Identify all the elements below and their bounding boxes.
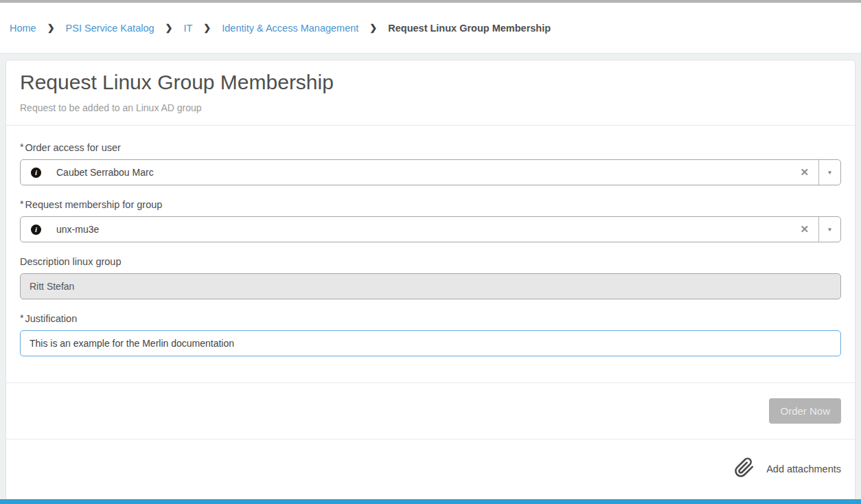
description-field <box>20 273 841 299</box>
chevron-right-icon: ❯ <box>165 23 173 33</box>
required-marker: * <box>20 141 23 152</box>
breadcrumb-link-it[interactable]: IT <box>183 23 192 34</box>
request-form-card: Request Linux Group Membership Request t… <box>5 60 856 504</box>
breadcrumb-link-home[interactable]: Home <box>10 23 36 34</box>
user-select[interactable]: i Caubet Serrabou Marc ✕ ▼ <box>20 159 841 185</box>
chevron-right-icon: ❯ <box>47 23 55 33</box>
field-group-description: Description linux group <box>20 256 841 299</box>
field-group-membership-group: *Request membership for group i unx-mu3e… <box>20 199 841 242</box>
breadcrumb-link-identity-access[interactable]: Identity & Access Management <box>222 23 358 34</box>
form-actions-footer: Order Now <box>6 382 855 439</box>
form-header: Request Linux Group Membership Request t… <box>6 60 855 126</box>
add-attachments-label[interactable]: Add attachments <box>766 463 841 474</box>
form-body: *Order access for user i Caubet Serrabou… <box>6 126 855 382</box>
bottom-accent-bar <box>0 499 861 504</box>
page-subtitle: Request to be added to an Linux AD group <box>20 102 841 113</box>
attachments-footer: Add attachments <box>6 439 855 504</box>
group-select-value: unx-mu3e <box>56 224 790 235</box>
field-label: *Request membership for group <box>20 199 841 210</box>
field-label: *Order access for user <box>20 142 841 153</box>
clear-icon[interactable]: ✕ <box>790 166 818 179</box>
breadcrumb-current-page: Request Linux Group Membership <box>388 23 551 34</box>
info-icon: i <box>31 168 41 178</box>
breadcrumb: Home ❯ PSI Service Katalog ❯ IT ❯ Identi… <box>0 3 861 54</box>
chevron-down-icon: ▼ <box>827 170 833 176</box>
breadcrumb-link-service-katalog[interactable]: PSI Service Katalog <box>66 23 154 34</box>
group-select-dropdown-toggle[interactable]: ▼ <box>818 217 840 242</box>
required-marker: * <box>20 312 23 323</box>
group-select[interactable]: i unx-mu3e ✕ ▼ <box>20 216 841 242</box>
required-marker: * <box>20 198 23 209</box>
field-label: Description linux group <box>20 256 841 267</box>
info-icon: i <box>31 225 41 235</box>
user-select-value: Caubet Serrabou Marc <box>56 167 790 178</box>
page-title: Request Linux Group Membership <box>20 71 841 94</box>
chevron-right-icon: ❯ <box>203 23 211 33</box>
clear-icon[interactable]: ✕ <box>790 223 818 236</box>
chevron-right-icon: ❯ <box>369 23 377 33</box>
field-label: *Justification <box>20 313 841 324</box>
chevron-down-icon: ▼ <box>827 227 833 233</box>
paperclip-icon[interactable] <box>734 457 755 481</box>
field-group-order-access-user: *Order access for user i Caubet Serrabou… <box>20 142 841 185</box>
field-group-justification: *Justification <box>20 313 841 356</box>
order-now-button[interactable]: Order Now <box>769 398 841 424</box>
justification-field[interactable] <box>20 330 841 356</box>
user-select-dropdown-toggle[interactable]: ▼ <box>818 160 840 185</box>
